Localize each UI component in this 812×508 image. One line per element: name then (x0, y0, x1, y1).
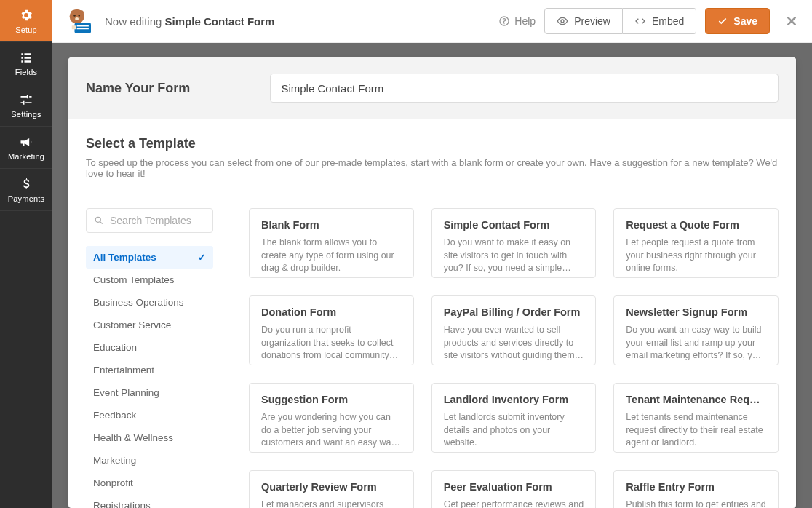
category-customer-service[interactable]: Customer Service (86, 314, 213, 336)
category-label: Event Planning (93, 387, 159, 398)
svg-rect-8 (77, 28, 89, 29)
help-link[interactable]: Help (498, 15, 536, 27)
search-icon (94, 215, 104, 226)
template-search-input[interactable] (110, 215, 205, 226)
template-title: Donation Form (261, 306, 402, 318)
nav-label: Settings (11, 110, 41, 119)
preview-label: Preview (574, 15, 610, 27)
template-card-simple-contact[interactable]: Simple Contact Form Do you want to make … (431, 208, 597, 278)
check-icon: ✓ (198, 252, 206, 263)
category-marketing[interactable]: Marketing (86, 449, 213, 472)
category-all-templates[interactable]: All Templates ✓ (86, 246, 213, 269)
category-label: Marketing (93, 455, 136, 466)
svg-point-13 (95, 217, 100, 222)
template-card-tenant-maintenance[interactable]: Tenant Maintenance Request Form Let tena… (613, 383, 779, 453)
category-education[interactable]: Education (86, 336, 213, 359)
save-label: Save (733, 15, 757, 27)
template-desc: Do you want an easy way to build your em… (626, 324, 766, 362)
name-form-label: Name Your Form (86, 81, 190, 96)
nav-label: Marketing (8, 152, 44, 161)
nav-setup[interactable]: Setup (0, 0, 52, 42)
wpforms-logo (65, 7, 95, 36)
template-title: Quarterly Review Form (261, 481, 402, 493)
template-desc: Let managers and supervisors submit (261, 499, 402, 508)
template-title: Suggestion Form (261, 394, 402, 405)
template-card-landlord-inventory[interactable]: Landlord Inventory Form Let landlords su… (431, 383, 597, 453)
category-feedback[interactable]: Feedback (86, 404, 213, 426)
template-title: Simple Contact Form (444, 219, 584, 231)
template-desc: Let tenants send maintenance request dir… (626, 411, 766, 450)
category-label: Nonprofit (93, 477, 133, 488)
template-card-donation[interactable]: Donation Form Do you run a nonprofit org… (249, 295, 414, 365)
category-label: Entertainment (93, 365, 154, 376)
category-label: Feedback (93, 410, 136, 421)
template-card-request-quote[interactable]: Request a Quote Form Let people request … (613, 208, 779, 278)
template-card-blank-form[interactable]: Blank Form The blank form allows you to … (249, 208, 414, 278)
select-template-title: Select a Template (86, 136, 779, 151)
template-title: Peer Evaluation Form (444, 481, 584, 493)
template-desc: Let people request a quote from your bus… (626, 237, 766, 275)
embed-button[interactable]: Embed (623, 8, 696, 34)
template-desc: Let landlords submit inventory details a… (444, 411, 584, 450)
svg-point-1 (71, 10, 77, 16)
template-title: Blank Form (261, 219, 402, 231)
check-icon (717, 16, 728, 26)
category-nonprofit[interactable]: Nonprofit (86, 472, 213, 494)
template-card-newsletter-signup[interactable]: Newsletter Signup Form Do you want an ea… (613, 295, 779, 365)
code-icon (634, 15, 646, 27)
nav-settings[interactable]: Settings (0, 84, 52, 127)
form-name-input[interactable] (270, 74, 779, 103)
category-label: Registrations (93, 500, 151, 508)
template-search[interactable] (86, 208, 213, 233)
category-event-planning[interactable]: Event Planning (86, 381, 213, 404)
select-template-desc: To speed up the process you can select f… (86, 157, 779, 179)
dollar-icon (19, 177, 33, 191)
blank-form-link[interactable]: blank form (459, 157, 503, 168)
close-button[interactable] (784, 15, 799, 27)
template-card-paypal-billing[interactable]: PayPal Billing / Order Form Have you eve… (431, 295, 597, 365)
nav-label: Payments (8, 194, 45, 203)
category-entertainment[interactable]: Entertainment (86, 359, 213, 381)
category-label: Health & Wellness (93, 432, 173, 443)
save-button[interactable]: Save (705, 8, 770, 34)
editing-label: Now editing Simple Contact Form (105, 15, 488, 28)
category-business-operations[interactable]: Business Operations (86, 291, 213, 314)
template-desc: Get peer performance reviews and (444, 499, 584, 508)
svg-point-12 (561, 20, 564, 23)
template-card-peer-evaluation[interactable]: Peer Evaluation Form Get peer performanc… (431, 470, 597, 508)
editing-form-name: Simple Contact Form (165, 15, 275, 28)
template-title: Raffle Entry Form (626, 481, 766, 493)
gear-icon (19, 8, 33, 23)
template-title: PayPal Billing / Order Form (444, 306, 584, 318)
template-desc: The blank form allows you to create any … (261, 237, 402, 275)
template-desc: Do you run a nonprofit organization that… (261, 324, 402, 362)
template-title: Newsletter Signup Form (626, 306, 766, 318)
help-label: Help (514, 15, 536, 27)
template-grid: Blank Form The blank form allows you to … (249, 192, 779, 508)
left-nav: Setup Fields Settings Marketing Payments (0, 0, 52, 508)
sliders-icon (19, 92, 33, 107)
svg-point-3 (73, 15, 76, 17)
template-desc: Publish this form to get entries and (626, 499, 766, 508)
template-card-suggestion[interactable]: Suggestion Form Are you wondering how yo… (249, 383, 414, 453)
template-card-raffle-entry[interactable]: Raffle Entry Form Publish this form to g… (613, 470, 779, 508)
list-icon (19, 50, 33, 65)
nav-payments[interactable]: Payments (0, 169, 52, 211)
eye-icon (557, 15, 568, 27)
embed-label: Embed (652, 15, 684, 27)
category-label: Custom Templates (93, 274, 175, 285)
category-health-wellness[interactable]: Health & Wellness (86, 426, 213, 449)
preview-embed-group: Preview Embed (544, 8, 696, 34)
preview-button[interactable]: Preview (544, 8, 623, 34)
template-card-quarterly-review[interactable]: Quarterly Review Form Let managers and s… (249, 470, 414, 508)
category-registrations[interactable]: Registrations (86, 494, 213, 508)
template-title: Request a Quote Form (626, 219, 766, 231)
nav-fields[interactable]: Fields (0, 42, 52, 84)
template-desc: Do you want to make it easy on site visi… (444, 237, 584, 275)
name-your-form-row: Name Your Form (68, 57, 796, 119)
create-own-link[interactable]: create your own (517, 157, 585, 168)
template-desc: Have you ever wanted to sell products an… (444, 324, 584, 362)
template-title: Tenant Maintenance Request Form (626, 394, 766, 405)
nav-marketing[interactable]: Marketing (0, 127, 52, 169)
category-custom-templates[interactable]: Custom Templates (86, 269, 213, 291)
